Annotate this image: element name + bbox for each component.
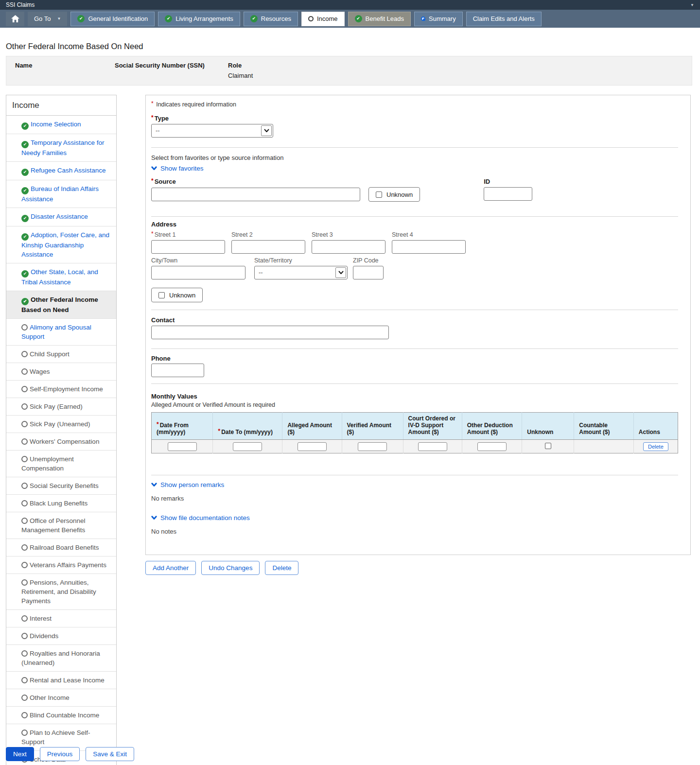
sidebar-item-label: Other Income — [30, 694, 70, 701]
sidebar-item-child-support[interactable]: Child Support — [6, 346, 116, 363]
check-circle-icon: ✔ — [21, 233, 29, 241]
tab-label: Income — [317, 15, 338, 22]
phone-label: Phone — [151, 355, 678, 362]
sidebar-item-rental-and-lease-income[interactable]: Rental and Lease Income — [6, 672, 116, 689]
address-unknown-checkbox[interactable]: Unknown — [151, 288, 203, 302]
tab-label: Resources — [261, 15, 291, 22]
sidebar-item-alimony-and-spousal-support[interactable]: Alimony and Spousal Support — [6, 319, 116, 346]
phone-input[interactable] — [151, 364, 204, 377]
sidebar-item-disaster-assistance[interactable]: ✔Disaster Assistance — [6, 208, 116, 226]
type-select[interactable]: -- — [151, 124, 273, 138]
source-input[interactable] — [151, 188, 360, 201]
sidebar-item-dividends[interactable]: Dividends — [6, 627, 116, 645]
sidebar-item-railroad-board-benefits[interactable]: Railroad Board Benefits — [6, 539, 116, 556]
show-file-notes-link[interactable]: Show file documentation notes — [151, 514, 250, 522]
sidebar-item-temporary-assistance-for-needy-families[interactable]: ✔Temporary Assistance for Needy Families — [6, 134, 116, 162]
app-title-bar: SSI Claims ▼ — [0, 0, 700, 10]
sidebar-items: ✔Income Selection✔Temporary Assistance f… — [6, 116, 116, 765]
home-button[interactable] — [6, 12, 24, 26]
sidebar-item-office-of-personnel-management-benefits[interactable]: Office of Personnel Management Benefits — [6, 512, 116, 539]
undo-changes-button[interactable]: Undo Changes — [201, 561, 260, 575]
street4-input[interactable] — [392, 240, 466, 254]
sidebar-item-label: Bureau of Indian Affairs Assistance — [21, 185, 99, 203]
sidebar-item-label: Alimony and Spousal Support — [21, 324, 91, 340]
sidebar-item-pensions-annuities-retirement-and-disability-payments[interactable]: Pensions, Annuities, Retirement, and Dis… — [6, 574, 116, 610]
zip-input[interactable] — [353, 266, 384, 279]
sidebar-item-blind-countable-income[interactable]: Blind Countable Income — [6, 707, 116, 724]
sidebar-item-other-state-local-and-tribal-assistance[interactable]: ✔Other State, Local, and Tribal Assistan… — [6, 263, 116, 291]
row-delete-button[interactable]: Delete — [643, 442, 668, 451]
tab-income[interactable]: Income — [301, 12, 345, 26]
circle-icon — [21, 544, 28, 551]
target-icon — [421, 17, 425, 21]
goto-button[interactable]: Go To ▼ — [28, 12, 67, 26]
sidebar-item-adoption-foster-care-and-kinship-guardianship-assistance[interactable]: ✔Adoption, Foster Care, and Kinship Guar… — [6, 226, 116, 263]
circle-icon — [21, 351, 28, 357]
table-input-date-to-mm-yyyy[interactable] — [233, 442, 262, 451]
show-favorites-link[interactable]: Show favorites — [151, 165, 204, 172]
sidebar-item-sick-pay-unearned[interactable]: Sick Pay (Unearned) — [6, 416, 116, 433]
role-label: Role — [228, 62, 253, 69]
dropdown-arrow-icon — [261, 125, 272, 136]
nav-tabs: ✔General Identification✔Living Arrangeme… — [70, 12, 541, 26]
sidebar-item-label: Royalties and Honoraria (Unearned) — [21, 650, 100, 666]
circle-icon — [21, 403, 28, 410]
required-asterisk: * — [151, 100, 154, 107]
sidebar-item-royalties-and-honoraria-unearned[interactable]: Royalties and Honoraria (Unearned) — [6, 645, 116, 672]
tab-claim-edits-and-alerts[interactable]: Claim Edits and Alerts — [466, 12, 542, 26]
check-circle-icon: ✔ — [21, 270, 29, 278]
monthly-values-subtitle: Alleged Amount or Verified Amount is req… — [151, 401, 678, 408]
add-another-button[interactable]: Add Another — [145, 561, 196, 575]
tab-benefit-leads[interactable]: ✔Benefit Leads — [348, 12, 411, 26]
tab-resources[interactable]: ✔Resources — [244, 12, 298, 26]
menu-caret-icon[interactable]: ▼ — [690, 3, 694, 7]
sidebar-item-other-federal-income-based-on-need[interactable]: ✔Other Federal Income Based on Need — [6, 291, 116, 319]
sidebar-item-sick-pay-earned[interactable]: Sick Pay (Earned) — [6, 398, 116, 416]
home-icon — [11, 15, 19, 22]
table-input-court-ordered-or-iv-d-support-amount[interactable] — [418, 442, 447, 451]
sidebar-item-label: Railroad Board Benefits — [30, 544, 99, 551]
source-unknown-checkbox[interactable]: Unknown — [368, 187, 420, 202]
circle-icon — [21, 518, 28, 524]
sidebar-item-label: Temporary Assistance for Needy Families — [21, 139, 105, 156]
tab-living-arrangements[interactable]: ✔Living Arrangements — [158, 12, 240, 26]
circle-icon — [21, 483, 28, 489]
table-input-other-deduction-amount[interactable] — [477, 442, 507, 451]
sidebar-item-social-security-benefits[interactable]: Social Security Benefits — [6, 477, 116, 495]
sidebar-item-label: Other State, Local, and Tribal Assistanc… — [21, 268, 98, 286]
sidebar-item-unemployment-compensation[interactable]: Unemployment Compensation — [6, 451, 116, 477]
show-person-remarks-link[interactable]: Show person remarks — [151, 481, 224, 488]
circle-icon — [21, 695, 28, 701]
contact-input[interactable] — [151, 326, 389, 339]
table-input-date-from-mm-yyyy[interactable] — [168, 442, 197, 451]
cell-alleged-amount — [282, 440, 342, 453]
section-divider — [151, 348, 678, 349]
table-input-verified-amount[interactable] — [358, 442, 387, 451]
table-input-alleged-amount[interactable] — [298, 442, 327, 451]
street1-input[interactable] — [151, 240, 225, 254]
previous-button[interactable]: Previous — [40, 747, 80, 761]
sidebar-item-interest[interactable]: Interest — [6, 610, 116, 627]
section-divider — [151, 147, 678, 148]
street3-input[interactable] — [312, 240, 385, 254]
sidebar-item-refugee-cash-assistance[interactable]: ✔Refugee Cash Assistance — [6, 162, 116, 180]
next-button[interactable]: Next — [6, 747, 34, 761]
sidebar-item-black-lung-benefits[interactable]: Black Lung Benefits — [6, 495, 116, 512]
id-input[interactable] — [484, 187, 532, 201]
circle-icon — [21, 562, 28, 568]
checkbox-icon[interactable] — [545, 443, 551, 449]
sidebar-item-workers-compensation[interactable]: Workers' Compensation — [6, 433, 116, 451]
sidebar-item-wages[interactable]: Wages — [6, 363, 116, 381]
state-select[interactable]: -- — [254, 266, 348, 279]
tab-general-identification[interactable]: ✔General Identification — [70, 12, 155, 26]
tab-summary[interactable]: Summary — [414, 12, 463, 26]
sidebar-item-bureau-of-indian-affairs-assistance[interactable]: ✔Bureau of Indian Affairs Assistance — [6, 180, 116, 208]
sidebar-item-other-income[interactable]: Other Income — [6, 689, 116, 707]
sidebar-item-veterans-affairs-payments[interactable]: Veterans Affairs Payments — [6, 556, 116, 574]
city-input[interactable] — [151, 266, 245, 279]
street2-input[interactable] — [231, 240, 305, 254]
delete-button[interactable]: Delete — [265, 561, 298, 575]
save-exit-button[interactable]: Save & Exit — [86, 747, 134, 761]
sidebar-item-income-selection[interactable]: ✔Income Selection — [6, 116, 116, 134]
sidebar-item-self-employment-income[interactable]: Self-Employment Income — [6, 381, 116, 398]
